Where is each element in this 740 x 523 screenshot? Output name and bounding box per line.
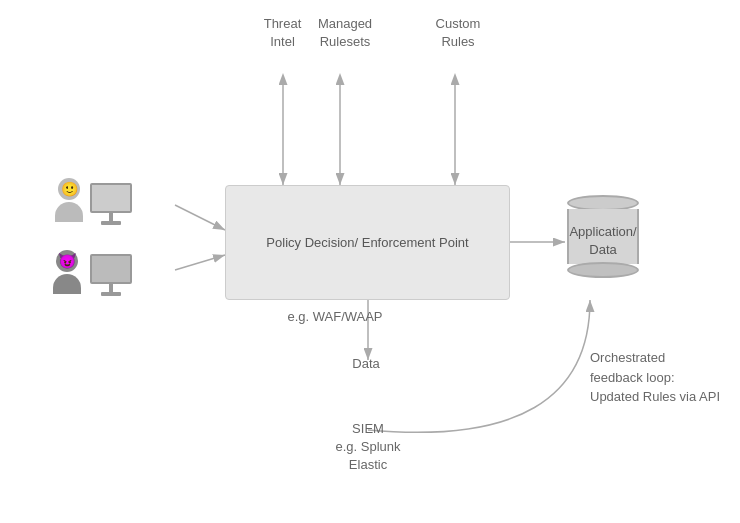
data-label: Data: [336, 355, 396, 373]
good-user-monitor: [90, 183, 132, 225]
orchestrated-label: Orchestratedfeedback loop:Updated Rules …: [590, 348, 730, 407]
managed-rulesets-label: ManagedRulesets: [315, 15, 375, 51]
hacker-user: 😈: [53, 250, 81, 294]
good-user: 🙂: [55, 178, 83, 222]
diagram: Threat Intel ManagedRulesets CustomRules…: [0, 0, 740, 523]
hacker-monitor: [90, 254, 132, 296]
policy-box-label: Policy Decision/ Enforcement Point: [266, 233, 468, 253]
custom-rules-label: CustomRules: [428, 15, 488, 51]
siem-label: SIEMe.g. SplunkElastic: [313, 420, 423, 475]
policy-box: Policy Decision/ Enforcement Point: [225, 185, 510, 300]
svg-line-5: [175, 205, 225, 230]
threat-intel-label: Threat Intel: [255, 15, 310, 51]
svg-line-6: [175, 255, 225, 270]
application-data-label: Application/Data: [563, 223, 643, 259]
mask-icon: 😈: [58, 252, 77, 270]
waf-label: e.g. WAF/WAAP: [270, 308, 400, 326]
smiley-icon: 🙂: [61, 181, 78, 197]
